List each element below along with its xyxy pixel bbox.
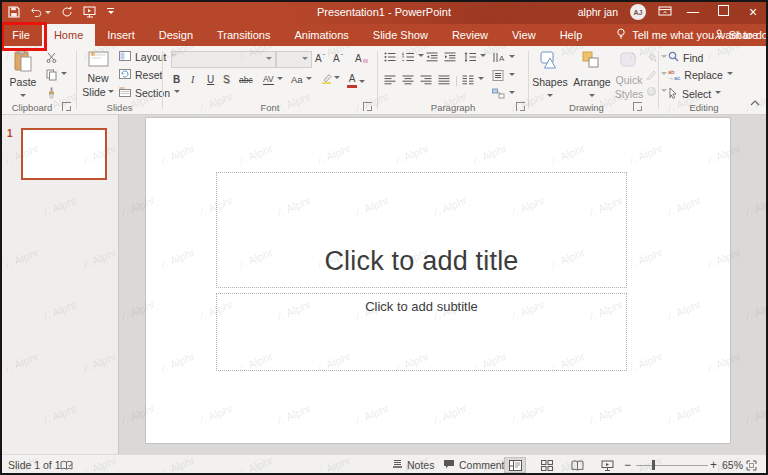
font-dialog-launcher-icon[interactable] — [363, 102, 372, 111]
ribbon: Paste Clipboard New Slide — [0, 46, 768, 115]
reset-button[interactable]: Reset — [119, 69, 162, 81]
numbering-icon[interactable] — [402, 52, 424, 62]
align-right-icon[interactable] — [420, 75, 432, 85]
svg-text:A: A — [499, 54, 505, 63]
align-text-icon[interactable] — [492, 70, 515, 81]
text-direction-icon[interactable]: A — [492, 52, 515, 63]
shrink-font-button[interactable]: Aˇ — [333, 53, 343, 64]
fit-slide-to-window-icon[interactable] — [746, 455, 757, 475]
drawing-group-label: Drawing — [529, 102, 644, 113]
spell-check-icon[interactable] — [60, 455, 73, 475]
select-button[interactable]: Select — [668, 87, 721, 101]
title-placeholder[interactable]: Click to add title — [216, 172, 627, 288]
decrease-indent-icon[interactable] — [426, 52, 438, 62]
font-name-combobox[interactable] — [171, 51, 276, 68]
drawing-dialog-launcher-icon[interactable] — [633, 102, 642, 111]
titlebar-right: alphr jan AJ — × — [578, 0, 762, 24]
character-spacing-button[interactable]: AV — [263, 74, 283, 85]
collapse-ribbon-icon[interactable] — [750, 92, 760, 110]
highlight-color-button[interactable] — [321, 73, 340, 84]
increase-indent-icon[interactable] — [444, 52, 456, 62]
new-slide-button[interactable]: New Slide — [79, 50, 117, 98]
clear-formatting-button[interactable]: A — [355, 53, 368, 64]
replace-icon: ab→ac — [668, 69, 680, 81]
text-shadow-button[interactable]: S — [223, 74, 230, 85]
comments-button[interactable]: Comments — [443, 455, 510, 475]
format-painter-icon[interactable] — [46, 87, 57, 99]
bold-button[interactable]: B — [173, 74, 180, 85]
ribbon-display-options-icon[interactable] — [658, 3, 672, 21]
zoom-out-button[interactable]: − — [624, 455, 631, 475]
share-person-icon — [714, 29, 725, 42]
maximize-button[interactable] — [714, 0, 732, 24]
slide-sorter-view-button[interactable] — [536, 457, 558, 473]
lightbulb-icon — [616, 28, 626, 43]
slide-editor-area: Click to add title Click to add subtitle — [119, 115, 768, 455]
replace-button[interactable]: ab→ac Replace — [668, 69, 733, 81]
close-button[interactable]: × — [744, 0, 762, 24]
font-group-label: Font — [163, 102, 377, 113]
select-cursor-icon — [668, 87, 678, 101]
tab-file[interactable]: File — [0, 24, 42, 46]
paste-button[interactable]: Paste — [6, 50, 40, 100]
font-size-combobox[interactable] — [276, 51, 312, 68]
drawing-group: Shapes Arrange Quick Styles — [529, 46, 658, 114]
align-left-icon[interactable] — [384, 75, 396, 85]
editing-group: Find ab→ac Replace Select Editing — [659, 46, 749, 114]
minimize-button[interactable]: — — [684, 0, 702, 24]
clipboard-dialog-launcher-icon[interactable] — [62, 102, 71, 111]
tab-help[interactable]: Help — [548, 24, 595, 46]
status-bar: Slide 1 of 1 Notes Comments − + 65% — [0, 454, 768, 475]
tab-home[interactable]: Home — [42, 24, 95, 46]
bullets-icon[interactable] — [384, 52, 396, 62]
find-magnifier-icon — [668, 51, 679, 64]
change-case-button[interactable]: Aa — [291, 74, 312, 85]
tab-animations[interactable]: Animations — [282, 24, 360, 46]
arrange-button[interactable]: Arrange — [571, 50, 613, 100]
comments-icon — [443, 459, 455, 472]
columns-icon[interactable] — [462, 75, 484, 85]
normal-view-button[interactable] — [504, 457, 526, 473]
slide-canvas[interactable]: Click to add title Click to add subtitle — [146, 118, 730, 443]
find-button[interactable]: Find — [668, 51, 703, 64]
underline-button[interactable]: U — [207, 74, 214, 85]
convert-to-smartart-icon[interactable] — [492, 88, 515, 99]
cut-icon[interactable] — [46, 52, 57, 63]
font-color-button[interactable]: A — [347, 74, 365, 88]
zoom-slider-thumb[interactable] — [652, 460, 655, 470]
slide-show-view-button[interactable] — [596, 457, 618, 473]
strikethrough-button[interactable]: abc — [239, 75, 253, 85]
notes-button[interactable]: Notes — [392, 455, 434, 475]
line-spacing-icon[interactable] — [464, 52, 486, 62]
justify-icon[interactable] — [438, 75, 450, 85]
tab-transitions[interactable]: Transitions — [205, 24, 282, 46]
slide-indicator[interactable]: Slide 1 of 1 — [8, 455, 61, 475]
slide-thumbnail[interactable] — [21, 128, 107, 180]
copy-icon[interactable] — [46, 69, 67, 81]
paste-clipboard-icon — [13, 50, 33, 75]
tab-slide-show[interactable]: Slide Show — [361, 24, 440, 46]
reading-view-button[interactable] — [566, 457, 588, 473]
user-avatar[interactable]: AJ — [630, 4, 646, 20]
zoom-level[interactable]: 65% — [722, 455, 743, 475]
tab-insert[interactable]: Insert — [95, 24, 147, 46]
tab-view[interactable]: View — [500, 24, 548, 46]
layout-icon — [119, 51, 131, 63]
shapes-button[interactable]: Shapes — [531, 50, 569, 100]
zoom-slider-track[interactable] — [636, 465, 708, 466]
clipboard-group-label: Clipboard — [0, 102, 64, 113]
tab-design[interactable]: Design — [147, 24, 205, 46]
notes-icon — [392, 459, 403, 471]
share-button[interactable]: Share — [714, 24, 758, 46]
shapes-icon — [538, 50, 562, 75]
subtitle-placeholder[interactable]: Click to add subtitle — [216, 293, 627, 371]
zoom-in-button[interactable]: + — [710, 455, 717, 475]
quick-styles-icon — [619, 50, 639, 73]
paragraph-dialog-launcher-icon[interactable] — [516, 102, 525, 111]
italic-button[interactable]: I — [191, 74, 194, 85]
grow-font-button[interactable]: Aˆ — [315, 53, 325, 64]
align-center-icon[interactable] — [402, 75, 414, 85]
tab-review[interactable]: Review — [440, 24, 500, 46]
signed-in-user[interactable]: alphr jan — [578, 6, 618, 18]
quick-styles-button[interactable]: Quick Styles — [613, 50, 645, 100]
